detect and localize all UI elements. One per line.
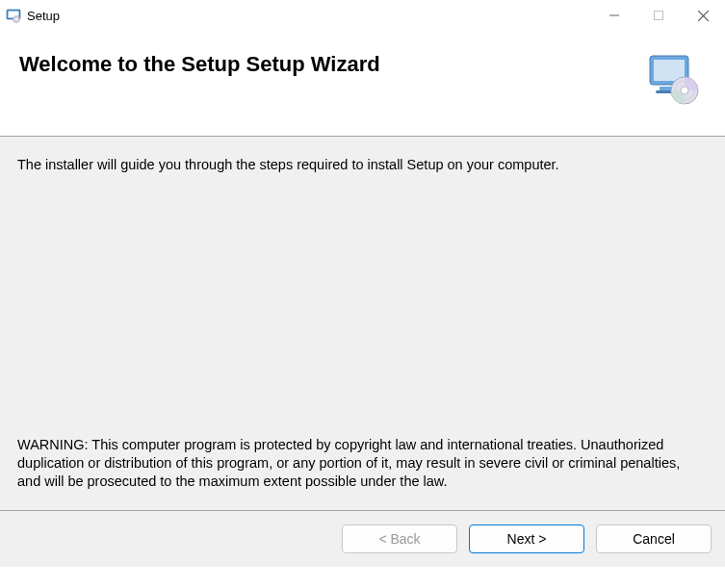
svg-rect-5 (655, 12, 663, 20)
next-button[interactable]: Next > (469, 524, 584, 553)
cancel-button[interactable]: Cancel (596, 524, 712, 553)
svg-point-14 (681, 87, 688, 94)
computer-disc-icon (646, 52, 700, 106)
wizard-footer: < Back Next > Cancel (0, 511, 725, 567)
intro-text: The installer will guide you through the… (17, 156, 706, 175)
window-title: Setup (27, 9, 592, 23)
minimize-button[interactable] (592, 0, 636, 31)
back-button: < Back (342, 524, 457, 553)
wizard-content: The installer will guide you through the… (0, 137, 725, 511)
close-button[interactable] (681, 0, 725, 31)
installer-icon (6, 8, 21, 23)
titlebar: Setup (0, 0, 725, 31)
wizard-header: Welcome to the Setup Setup Wizard (0, 31, 725, 137)
page-title: Welcome to the Setup Setup Wizard (19, 48, 380, 77)
window-controls (592, 0, 725, 31)
maximize-button (636, 0, 681, 31)
warning-text: WARNING: This computer program is protec… (17, 436, 706, 497)
svg-point-3 (15, 18, 17, 20)
